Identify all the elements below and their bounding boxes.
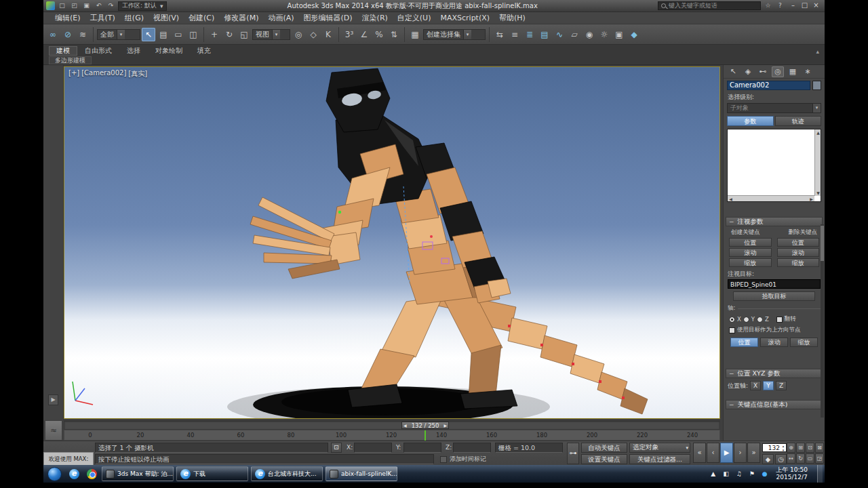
x-coordinate-field[interactable] [354, 443, 392, 453]
help-icon[interactable]: ? [775, 1, 785, 10]
update-tray-icon[interactable]: ● [760, 470, 769, 477]
auto-key-button[interactable]: 自动关键点 [581, 443, 627, 453]
spinner-arrows-icon[interactable]: ▴▾ [781, 444, 786, 452]
menu-group[interactable]: 组(G) [120, 12, 149, 24]
select-and-scale-icon[interactable]: ◱ [237, 28, 251, 41]
parameters-button[interactable]: 参数 [727, 116, 774, 126]
position-controller-button[interactable]: 位置 [730, 338, 758, 347]
menu-tools[interactable]: 工具(T) [85, 12, 120, 24]
help-search-box[interactable]: 键入关键字或短语 [658, 1, 761, 10]
zoom-extents-all-icon[interactable]: ⊠ [815, 443, 824, 453]
reference-coordinate-dropdown[interactable]: 视图 ▾ [252, 29, 290, 40]
quicklaunch-ie[interactable]: e [66, 467, 81, 481]
select-and-manipulate-icon[interactable]: ◇ [307, 28, 320, 41]
lookat-target-field[interactable]: BIPED_Spine01 [728, 279, 821, 289]
list-vertical-scrollbar[interactable]: ▲ ▼ [814, 129, 821, 196]
percent-snap-icon[interactable]: % [372, 28, 386, 41]
action-center-icon[interactable]: ⚑ [747, 470, 756, 477]
up-node-checkbox[interactable] [729, 327, 735, 333]
cp-tab-motion-icon[interactable]: ◎ [772, 66, 784, 77]
set-keys-big-button[interactable]: ⊶ [567, 443, 579, 464]
subtab-polygon-modeling[interactable]: 多边形建模 [49, 56, 92, 64]
select-object-icon[interactable]: ↖ [142, 28, 155, 41]
taskbar-item-downloads[interactable]: e 下载 [176, 466, 248, 481]
unlink-selection-icon[interactable]: ⊘ [61, 28, 75, 41]
angle-snap-icon[interactable]: ∠ [357, 28, 371, 41]
bind-to-space-warp-icon[interactable]: ≋ [76, 28, 90, 41]
tab-freeform[interactable]: 自由形式 [77, 46, 119, 56]
add-time-tag[interactable]: 添加时间标记 [440, 454, 486, 464]
viewport-scene[interactable] [64, 67, 719, 418]
scroll-left-icon[interactable]: ◀ [728, 196, 734, 201]
position-axis-y-button[interactable]: Y [763, 381, 774, 390]
set-key-button[interactable]: 设置关键点 [581, 454, 627, 464]
menu-edit[interactable]: 编辑(E) [50, 12, 85, 24]
next-frame-icon[interactable]: ▶ [443, 423, 447, 428]
key-filters-button[interactable]: 关键点过滤器... [629, 454, 690, 464]
create-key-roll-button[interactable]: 滚动 [729, 248, 772, 257]
time-slider-handle[interactable]: ◀ 132 / 250 ▶ [401, 422, 449, 429]
show-hidden-icons[interactable]: ▲ [709, 470, 717, 477]
next-frame-button[interactable]: › [734, 443, 747, 463]
minimize-button[interactable]: – [787, 1, 799, 10]
play-animation-button[interactable]: ▶ [720, 443, 733, 463]
delete-key-position-button[interactable]: 位置 [777, 238, 820, 247]
zoom-all-icon[interactable]: ⊞ [796, 443, 805, 453]
tab-populate[interactable]: 填充 [190, 46, 218, 56]
select-and-link-icon[interactable]: ∞ [46, 28, 60, 41]
tab-modeling[interactable]: 建模 [49, 46, 77, 56]
curve-editor-icon[interactable]: ∿ [553, 28, 566, 41]
time-slider-track[interactable]: ◀ 132 / 250 ▶ [64, 420, 720, 430]
save-file-icon[interactable]: ▣ [81, 1, 92, 10]
render-production-icon[interactable]: ◆ [627, 28, 641, 41]
roll-controller-button[interactable]: 滚动 [760, 338, 788, 347]
cp-tab-create-icon[interactable]: ↖ [727, 66, 739, 77]
edit-named-selection-sets-icon[interactable]: ▦ [408, 28, 422, 41]
rendered-frame-window-icon[interactable]: ▣ [612, 28, 626, 41]
delete-key-roll-button[interactable]: 滚动 [777, 248, 820, 257]
menu-maxscript[interactable]: MAXScript(X) [435, 13, 494, 23]
tab-object-paint[interactable]: 对象绘制 [148, 46, 190, 56]
position-axis-x-button[interactable]: X [750, 381, 761, 390]
maximize-viewport-icon[interactable]: ◲ [815, 453, 824, 464]
zoom-region-icon[interactable]: ▭ [806, 453, 814, 464]
previous-frame-button[interactable]: ‹ [707, 443, 719, 463]
z-coordinate-field[interactable] [453, 443, 491, 453]
scroll-down-icon[interactable]: ▼ [815, 190, 821, 196]
menu-views[interactable]: 视图(V) [149, 12, 184, 24]
volume-icon[interactable]: ♫ [734, 470, 743, 477]
select-and-rotate-icon[interactable]: ↻ [222, 28, 236, 41]
orbit-camera-icon[interactable]: ↻ [796, 453, 805, 464]
align-icon[interactable]: ≡ [508, 28, 521, 41]
window-crossing-icon[interactable]: ◫ [186, 28, 200, 41]
close-button[interactable]: × [810, 1, 822, 10]
welcome-box[interactable]: 欢迎使用 MAX: [43, 452, 94, 466]
community-icon[interactable]: ☆ [763, 1, 773, 10]
taskbar-item-3dsmax[interactable]: abix-fall-splineIK... [326, 466, 397, 481]
command-panel-scrollbar[interactable] [821, 224, 824, 418]
menu-help[interactable]: 帮助(H) [494, 12, 530, 24]
scale-controller-button[interactable]: 缩放 [790, 338, 818, 347]
menu-rendering[interactable]: 渲染(R) [357, 12, 393, 24]
list-horizontal-scrollbar[interactable]: ◀ ▶ [728, 195, 814, 201]
menu-graph-editors[interactable]: 图形编辑器(D) [299, 12, 357, 24]
time-configuration-icon[interactable]: ◷ [775, 454, 787, 464]
create-key-scale-button[interactable]: 缩放 [729, 258, 772, 267]
3dsmax-logo-icon[interactable] [46, 1, 55, 10]
use-pivot-center-icon[interactable]: ◎ [292, 28, 305, 41]
select-by-name-icon[interactable]: ▤ [157, 28, 170, 41]
select-and-move-icon[interactable]: + [208, 28, 221, 41]
maximize-button[interactable]: □ [799, 1, 810, 10]
lookat-rollout-header[interactable]: − 注视参数 [726, 217, 823, 226]
sub-object-dropdown[interactable]: 子对象 ▾ [727, 103, 821, 113]
redo-icon[interactable]: ↷ [106, 1, 116, 10]
cp-tab-hierarchy-icon[interactable]: ⊷ [757, 66, 769, 77]
selection-filter-dropdown[interactable]: 全部 ▾ [97, 29, 140, 40]
open-file-icon[interactable]: ◰ [69, 1, 79, 10]
zoom-extents-icon[interactable]: ⊡ [806, 443, 814, 453]
mirror-icon[interactable]: ⇆ [493, 28, 507, 41]
material-editor-icon[interactable]: ◉ [583, 28, 596, 41]
current-frame-spinner[interactable]: 132 ▴▾ [762, 443, 787, 452]
selection-lock-icon[interactable]: ⊡ [331, 443, 342, 453]
layer-manager-icon[interactable]: ≣ [523, 28, 536, 41]
